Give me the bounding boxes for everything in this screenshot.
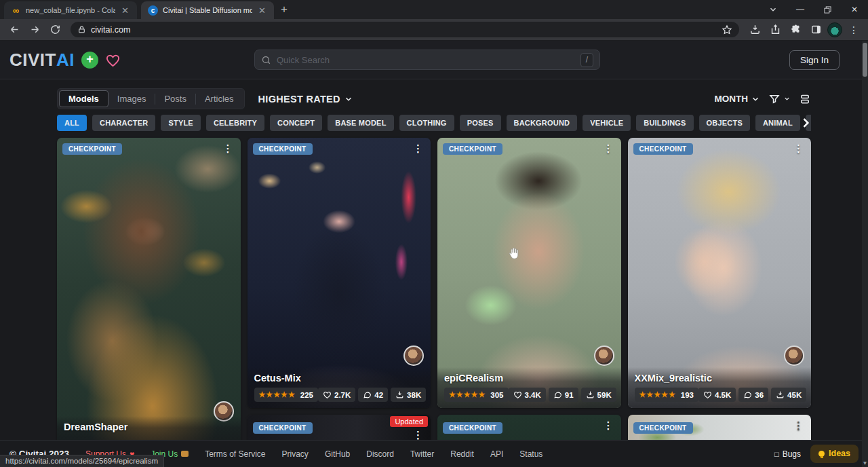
scroll-categories-right-icon[interactable] xyxy=(799,116,811,130)
ideas-button[interactable]: Ideas xyxy=(810,445,859,463)
card-menu-kebab-icon[interactable]: ⋮ xyxy=(600,419,617,432)
category-filter-bar: ALL CHARACTER STYLE CELEBRITY CONCEPT BA… xyxy=(57,115,811,131)
tab-posts[interactable]: Posts xyxy=(155,91,195,107)
sort-dropdown[interactable]: HIGHEST RATED xyxy=(258,94,353,105)
url-text[interactable]: civitai.com xyxy=(91,25,717,35)
heart-icon xyxy=(323,390,332,399)
category-chip-style[interactable]: STYLE xyxy=(161,115,200,131)
category-chip-all[interactable]: ALL xyxy=(57,115,87,131)
category-chip-poses[interactable]: POSES xyxy=(460,115,501,131)
downloads-pill: 45K xyxy=(771,388,806,402)
minimize-window-icon[interactable]: — xyxy=(787,0,814,19)
layout-rows-icon[interactable] xyxy=(799,93,811,105)
model-type-badge: CHECKPOINT xyxy=(443,143,502,155)
civitai-logo[interactable]: CIVITAI xyxy=(9,50,75,71)
sort-label: HIGHEST RATED xyxy=(258,94,340,105)
category-chip-clothing[interactable]: CLOTHING xyxy=(399,115,454,131)
content-type-tabs: Models Images Posts Articles xyxy=(57,88,245,109)
footer-link-api[interactable]: API xyxy=(490,449,503,459)
star-rating-icons: ★★★★★ xyxy=(449,390,486,399)
footer-link-status[interactable]: Status xyxy=(519,449,542,459)
colab-infinity-icon: ∞ xyxy=(11,5,21,16)
close-window-icon[interactable]: ✕ xyxy=(841,0,868,19)
card-menu-kebab-icon[interactable]: ⋮ xyxy=(220,142,237,155)
model-type-badge: CHECKPOINT xyxy=(443,422,502,434)
card-menu-kebab-icon[interactable]: ⋮ xyxy=(600,142,617,155)
model-card-dreamshaper[interactable]: CHECKPOINT ⋮ DreamShaper xyxy=(57,138,241,450)
model-stats: ★★★★★ 305 3.4K xyxy=(444,388,614,402)
model-card-epicrealism[interactable]: CHECKPOINT ⋮ epiCRealism ★★★★★ 305 xyxy=(437,138,621,408)
category-chip-background[interactable]: BACKGROUND xyxy=(507,115,578,131)
likes-count: 4.5K xyxy=(715,391,731,399)
footer-link-github[interactable]: GitHub xyxy=(325,449,350,459)
browser-toolbar: civitai.com ⋮ xyxy=(0,19,868,41)
downloads-count: 38K xyxy=(407,391,421,399)
chevron-down-icon xyxy=(344,94,353,104)
favorites-heart-icon[interactable] xyxy=(105,52,121,68)
likes-pill: 4.5K xyxy=(698,388,736,402)
browser-tab-colab[interactable]: ∞ new_colab_file.ipynb - Colaborat ✕ xyxy=(4,1,137,19)
search-input[interactable] xyxy=(277,55,580,65)
creator-avatar[interactable] xyxy=(403,345,424,366)
download-icon xyxy=(395,390,404,399)
model-card-cetus-mix[interactable]: CHECKPOINT ⋮ Cetus-Mix ★★★★★ 225 xyxy=(248,138,431,408)
category-chip-vehicle[interactable]: VEHICLE xyxy=(583,115,631,131)
footer-link-discord[interactable]: Discord xyxy=(366,449,394,459)
card-menu-kebab-icon[interactable]: ⋮ xyxy=(790,142,807,155)
scrollbar-thumb[interactable] xyxy=(863,43,867,77)
footer-link-terms[interactable]: Terms of Service xyxy=(205,449,265,459)
reload-icon[interactable] xyxy=(46,21,64,39)
bookmark-star-icon[interactable] xyxy=(722,24,732,35)
page-scrollbar[interactable]: ▼ xyxy=(862,41,868,467)
footer-link-privacy[interactable]: Privacy xyxy=(282,449,309,459)
browser-profile-avatar[interactable] xyxy=(827,22,842,37)
category-chip-celebrity[interactable]: CELEBRITY xyxy=(206,115,264,131)
search-icon xyxy=(261,55,271,65)
filter-dropdown[interactable] xyxy=(768,93,791,105)
back-icon[interactable] xyxy=(5,21,23,39)
bugs-link[interactable]: □ Bugs xyxy=(774,449,801,459)
card-menu-kebab-icon[interactable]: ⋮ xyxy=(410,142,427,155)
category-chip-concept[interactable]: CONCEPT xyxy=(270,115,322,131)
page-content: Models Images Posts Articles HIGHEST RAT… xyxy=(0,79,868,467)
new-tab-button[interactable]: + xyxy=(281,3,288,16)
footer-link-twitter[interactable]: Twitter xyxy=(410,449,434,459)
creator-avatar[interactable] xyxy=(784,345,804,366)
address-bar[interactable]: civitai.com xyxy=(71,22,739,37)
side-panel-icon[interactable] xyxy=(807,21,825,39)
browser-tab-civitai[interactable]: c Civitai | Stable Diffusion models, ✕ xyxy=(141,1,274,19)
rating-count: 305 xyxy=(490,391,503,399)
updated-badge: Updated xyxy=(390,416,428,427)
sign-in-button[interactable]: Sign In xyxy=(789,50,840,70)
search-bar[interactable]: / xyxy=(254,50,600,70)
category-chip-character[interactable]: CHARACTER xyxy=(92,115,155,131)
download-tray-icon[interactable] xyxy=(746,21,764,39)
forward-icon[interactable] xyxy=(26,21,43,39)
category-chip-base-model[interactable]: BASE MODEL xyxy=(328,115,393,131)
extensions-puzzle-icon[interactable] xyxy=(787,21,804,39)
browser-menu-kebab-icon[interactable]: ⋮ xyxy=(845,21,863,39)
tab-models[interactable]: Models xyxy=(59,90,108,107)
upload-plus-button[interactable]: + xyxy=(81,52,98,69)
card-menu-kebab-icon[interactable]: ⋮ xyxy=(790,419,807,432)
category-chip-buildings[interactable]: BUILDINGS xyxy=(636,115,693,131)
category-chip-objects[interactable]: OBJECTS xyxy=(699,115,750,131)
rating-pill: ★★★★★ 305 xyxy=(444,388,509,402)
close-tab-icon[interactable]: ✕ xyxy=(257,5,267,16)
model-card-xxmix-9realistic[interactable]: CHECKPOINT ⋮ XXMix_9realistic ★★★★★ 193 xyxy=(628,138,812,408)
rating-pill: ★★★★★ 225 xyxy=(254,388,319,402)
model-stats: ★★★★★ 225 2.7K xyxy=(254,388,425,402)
tab-articles[interactable]: Articles xyxy=(196,91,243,107)
restore-window-icon[interactable] xyxy=(814,0,841,19)
scrollbar-down-arrow-icon[interactable]: ▼ xyxy=(862,460,868,466)
tab-images[interactable]: Images xyxy=(108,91,155,107)
creator-avatar[interactable] xyxy=(594,345,614,366)
period-dropdown[interactable]: MONTH xyxy=(715,94,761,104)
share-icon[interactable] xyxy=(766,21,784,39)
window-controls: — ✕ xyxy=(760,0,868,19)
footer-link-reddit[interactable]: Reddit xyxy=(450,449,474,459)
close-tab-icon[interactable]: ✕ xyxy=(120,5,130,16)
card-footer: Cetus-Mix ★★★★★ 225 2 xyxy=(248,367,431,408)
tab-search-chevron-icon[interactable] xyxy=(760,0,787,19)
category-chip-animal[interactable]: ANIMAL xyxy=(755,115,800,131)
